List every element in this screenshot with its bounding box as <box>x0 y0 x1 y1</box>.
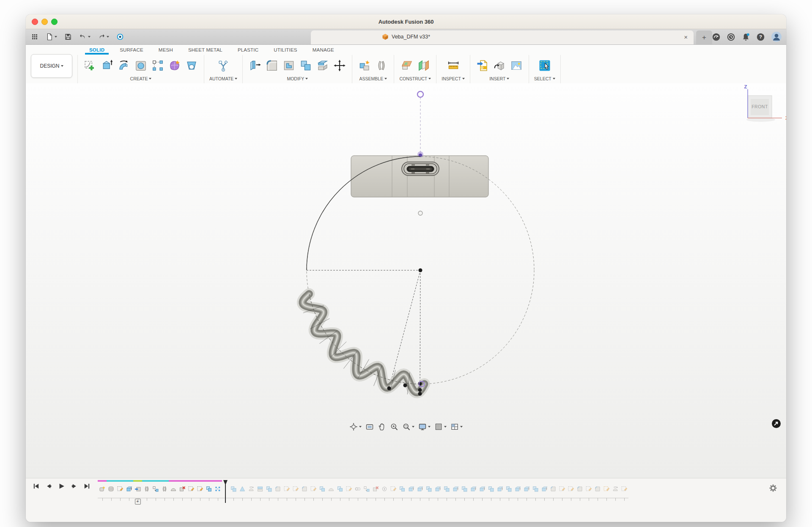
tool-offset-plane[interactable] <box>400 58 414 73</box>
extensions-button[interactable] <box>712 33 721 41</box>
timeline-item-joint[interactable] <box>142 480 151 498</box>
group-create-dropdown[interactable]: CREATE <box>130 76 152 81</box>
timeline-item-extrude[interactable] <box>406 480 415 498</box>
timeline-item-sketch[interactable] <box>282 480 291 498</box>
close-document-icon[interactable]: × <box>684 34 688 40</box>
modeling-canvas[interactable]: FRONT Z X <box>26 83 786 478</box>
zoom-window-button[interactable] <box>51 19 58 25</box>
viewcube[interactable]: FRONT Z X <box>744 84 786 122</box>
tool-create-form[interactable] <box>167 58 182 73</box>
grid-display-button[interactable] <box>434 423 447 431</box>
account-button[interactable] <box>771 31 782 42</box>
tool-fillet[interactable] <box>265 58 279 73</box>
tool-create-sketch[interactable] <box>83 58 97 73</box>
timeline-item-copy[interactable] <box>204 480 213 498</box>
timeline-item-movecomp[interactable] <box>151 480 160 498</box>
tool-split-body[interactable] <box>315 58 330 73</box>
tool-insert-svg[interactable] <box>475 58 490 73</box>
help-button[interactable]: ? <box>756 33 765 41</box>
group-inspect-dropdown[interactable]: INSPECT <box>442 76 465 81</box>
timeline-item-sketch[interactable] <box>309 480 318 498</box>
expand-group-icon[interactable]: + <box>135 499 141 505</box>
ribbon-tab-solid[interactable]: SOLID <box>89 47 104 52</box>
minimize-window-button[interactable] <box>41 19 48 25</box>
ribbon-tab-sheet-metal[interactable]: SHEET METAL <box>188 47 222 52</box>
tool-insert-derive[interactable] <box>492 58 507 73</box>
new-document-tab-button[interactable]: + <box>696 30 712 44</box>
group-insert-dropdown[interactable]: INSERT <box>489 76 509 81</box>
ribbon-tab-manage[interactable]: MANAGE <box>313 47 334 52</box>
tool-select[interactable] <box>538 58 552 73</box>
timeline-item-movecomp[interactable] <box>362 480 371 498</box>
ribbon-tab-utilities[interactable]: UTILITIES <box>274 47 297 52</box>
timeline-item-combine[interactable] <box>531 480 540 498</box>
timeline-item-revolve[interactable] <box>611 480 620 498</box>
tool-joint[interactable] <box>374 58 389 73</box>
timeline-item-extrude[interactable] <box>495 480 504 498</box>
save-button[interactable] <box>64 33 72 41</box>
file-new-button[interactable] <box>46 33 57 41</box>
timeline-item-combine[interactable] <box>486 480 495 498</box>
circle-center-point[interactable] <box>419 269 422 272</box>
timeline-item-combine[interactable] <box>229 480 238 498</box>
recent-button[interactable] <box>727 33 735 41</box>
ribbon-tab-mesh[interactable]: MESH <box>159 47 173 52</box>
timeline-item-joint[interactable] <box>160 480 169 498</box>
tool-canvas[interactable] <box>509 58 524 73</box>
timeline-item-combine[interactable] <box>442 480 451 498</box>
tool-shell[interactable] <box>282 58 296 73</box>
timeline-item-draft[interactable] <box>238 480 247 498</box>
tool-revolve[interactable] <box>117 58 131 73</box>
ribbon-tab-surface[interactable]: SURFACE <box>120 47 143 52</box>
tool-move-copy[interactable] <box>332 58 347 73</box>
timeline-item-sketch-o[interactable] <box>602 480 611 498</box>
group-modify-dropdown[interactable]: MODIFY <box>287 76 308 81</box>
timeline-item-link[interactable] <box>353 480 362 498</box>
tool-combine[interactable] <box>299 58 313 73</box>
close-window-button[interactable] <box>32 19 38 25</box>
timeline-item-combine[interactable] <box>504 480 513 498</box>
tool-extrude[interactable] <box>100 58 114 73</box>
timeline-item-sketch[interactable] <box>115 480 124 498</box>
timeline-item-copy[interactable] <box>318 480 326 498</box>
timeline-item-fillet[interactable] <box>273 480 282 498</box>
timeline-playhead[interactable] <box>222 480 229 504</box>
tool-rectangular-pattern[interactable] <box>151 58 165 73</box>
timeline-item-fillet[interactable] <box>549 480 557 498</box>
assistant-button[interactable] <box>771 419 781 428</box>
timeline-item-sketch[interactable] <box>557 480 566 498</box>
timeline-item-sketch[interactable] <box>584 480 593 498</box>
step-forward-button[interactable] <box>71 483 78 490</box>
timeline-item-copy[interactable] <box>398 480 406 498</box>
timeline-item-split[interactable] <box>255 480 264 498</box>
timeline-item-sketch[interactable] <box>187 480 195 498</box>
pan-button[interactable] <box>378 423 386 431</box>
notifications-button[interactable] <box>741 33 750 41</box>
tool-hole[interactable] <box>134 58 148 73</box>
timeline-settings-button[interactable] <box>768 483 778 494</box>
display-settings-button[interactable] <box>418 423 431 431</box>
timeline-item-extrude[interactable] <box>451 480 460 498</box>
timeline-item-sketch[interactable] <box>566 480 575 498</box>
tool-press-pull[interactable] <box>248 58 262 73</box>
timeline-item-sketch[interactable] <box>291 480 300 498</box>
workspace-selector[interactable]: DESIGN <box>31 54 72 78</box>
timeline-item-delete[interactable] <box>371 480 380 498</box>
construction-line-vertical[interactable] <box>420 270 420 392</box>
tool-midplane[interactable] <box>417 58 431 73</box>
timeline-item-fillet[interactable] <box>300 480 309 498</box>
timeline-item-extrude[interactable] <box>469 480 477 498</box>
viewports-button[interactable] <box>450 423 463 431</box>
go-to-start-button[interactable] <box>33 483 40 490</box>
timeline-item-jointorigin[interactable] <box>380 480 389 498</box>
timeline-item-fillet[interactable] <box>593 480 602 498</box>
tool-measure[interactable] <box>446 58 461 73</box>
timeline-item-copy[interactable] <box>335 480 344 498</box>
timeline-item-dome[interactable] <box>326 480 335 498</box>
timeline-item-insert[interactable]: + <box>133 480 142 498</box>
wavy-tube[interactable] <box>303 294 425 393</box>
timeline-item-ellipse2[interactable] <box>107 480 115 498</box>
timeline-item-combine[interactable] <box>264 480 273 498</box>
go-to-end-button[interactable] <box>83 483 91 490</box>
undo-button[interactable] <box>79 33 91 41</box>
